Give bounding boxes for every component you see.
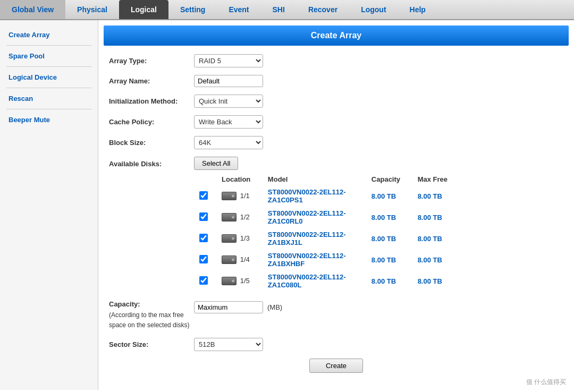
disk-checkbox-cell-4 — [194, 270, 216, 292]
disk-maxfree-1: 8.00 TB — [412, 207, 460, 228]
disk-location-3: 1/4 — [216, 249, 263, 270]
available-disks-label: Available Disks: — [109, 157, 194, 168]
col-model: Model — [263, 173, 366, 185]
sidebar-divider-4 — [6, 109, 91, 109]
sidebar-item-create-array[interactable]: Create Array — [0, 27, 98, 43]
disk-model-0: ST8000VN0022-2EL112-ZA1C0PS1 — [263, 185, 366, 207]
disk-capacity-0: 8.00 TB — [366, 185, 412, 207]
disk-icon-0 — [222, 192, 237, 200]
disk-icon-4 — [222, 277, 237, 285]
disk-location-0: 1/1 — [216, 185, 263, 207]
disk-checkbox-cell-0 — [194, 185, 216, 207]
nav-logout[interactable]: Logout — [349, 0, 398, 19]
nav-logical[interactable]: Logical — [119, 0, 168, 19]
disk-model-link-3[interactable]: ST8000VN0022-2EL112-ZA1BXHBF — [268, 252, 346, 268]
disk-maxfree-0: 8.00 TB — [412, 185, 460, 207]
disk-model-link-2[interactable]: ST8000VN0022-2EL112-ZA1BXJ1L — [268, 231, 346, 246]
disk-icon-2 — [222, 234, 237, 243]
cache-policy-label: Cache Policy: — [109, 118, 194, 126]
create-array-form: Array Type: RAID 5 RAID 0 RAID 1 RAID 6 … — [98, 46, 574, 390]
sidebar-divider-2 — [6, 66, 91, 67]
disk-model-link-0[interactable]: ST8000VN0022-2EL112-ZA1C0PS1 — [268, 188, 346, 204]
disk-icon-3 — [222, 255, 237, 264]
disk-checkbox-cell-1 — [194, 207, 216, 228]
create-button[interactable]: Create — [309, 359, 363, 373]
sidebar-divider-3 — [6, 88, 91, 88]
col-max-free: Max Free — [412, 173, 460, 185]
capacity-input[interactable] — [194, 301, 263, 313]
init-method-label: Initialization Method: — [109, 97, 194, 105]
sidebar-item-beeper-mute[interactable]: Beeper Mute — [0, 112, 98, 128]
cache-policy-row: Cache Policy: Write Back Write Through N… — [109, 115, 563, 129]
disk-checkbox-3[interactable] — [199, 255, 208, 263]
disk-capacity-1: 8.00 TB — [366, 207, 412, 228]
disk-location-4: 1/5 — [216, 270, 263, 292]
available-disks-section: Available Disks: Select All Location Mod… — [109, 157, 563, 292]
disk-table: Location Model Capacity Max Free 1/1 — [194, 173, 460, 292]
capacity-unit: (MB) — [267, 303, 282, 311]
page-title: Create Array — [104, 25, 569, 46]
init-method-row: Initialization Method: Quick Init Full I… — [109, 95, 563, 108]
select-all-button[interactable]: Select All — [194, 157, 238, 170]
disk-checkbox-1[interactable] — [199, 212, 208, 221]
array-type-label: Array Type: — [109, 57, 194, 65]
disk-checkbox-4[interactable] — [199, 276, 208, 285]
sidebar-divider-1 — [6, 45, 91, 46]
disk-model-4: ST8000VN0022-2EL112-ZA1C080L — [263, 270, 366, 292]
disk-maxfree-3: 8.00 TB — [412, 249, 460, 270]
nav-help[interactable]: Help — [398, 0, 437, 19]
sidebar: Create Array Spare Pool Logical Device R… — [0, 20, 98, 390]
disk-model-link-1[interactable]: ST8000VN0022-2EL112-ZA1C0RL0 — [268, 209, 346, 225]
nav-shi[interactable]: SHI — [261, 0, 297, 19]
watermark: 值 什么值得买 — [526, 378, 566, 387]
disk-checkbox-0[interactable] — [199, 191, 208, 200]
table-row: 1/4 ST8000VN0022-2EL112-ZA1BXHBF 8.00 TB… — [194, 249, 460, 270]
col-capacity: Capacity — [366, 173, 412, 185]
sector-size-row: Sector Size: 512B 4096B — [109, 338, 563, 351]
init-method-select[interactable]: Quick Init Full Init No Init — [194, 95, 263, 108]
disk-capacity-2: 8.00 TB — [366, 228, 412, 249]
table-row: 1/5 ST8000VN0022-2EL112-ZA1C080L 8.00 TB… — [194, 270, 460, 292]
col-location: Location — [216, 173, 263, 185]
nav-event[interactable]: Event — [217, 0, 260, 19]
cache-policy-select[interactable]: Write Back Write Through No Cache — [194, 115, 263, 129]
table-row: 1/2 ST8000VN0022-2EL112-ZA1C0RL0 8.00 TB… — [194, 207, 460, 228]
sidebar-item-spare-pool[interactable]: Spare Pool — [0, 48, 98, 64]
sector-size-select[interactable]: 512B 4096B — [194, 338, 263, 351]
table-row: 1/3 ST8000VN0022-2EL112-ZA1BXJ1L 8.00 TB… — [194, 228, 460, 249]
nav-recover[interactable]: Recover — [297, 0, 349, 19]
main-layout: Create Array Spare Pool Logical Device R… — [0, 20, 574, 390]
sidebar-item-logical-device[interactable]: Logical Device — [0, 69, 98, 86]
sidebar-item-rescan[interactable]: Rescan — [0, 90, 98, 107]
col-checkbox — [194, 173, 216, 185]
disk-checkbox-cell-3 — [194, 249, 216, 270]
capacity-section: Capacity: (According to the max free spa… — [109, 299, 563, 330]
array-name-input[interactable] — [194, 75, 263, 87]
disk-model-2: ST8000VN0022-2EL112-ZA1BXJ1L — [263, 228, 366, 249]
disk-model-3: ST8000VN0022-2EL112-ZA1BXHBF — [263, 249, 366, 270]
main-content: Create Array Array Type: RAID 5 RAID 0 R… — [98, 20, 574, 390]
disk-checkbox-cell-2 — [194, 228, 216, 249]
top-navigation: Global View Physical Logical Setting Eve… — [0, 0, 574, 20]
capacity-input-row: (MB) — [194, 299, 282, 313]
disk-model-link-4[interactable]: ST8000VN0022-2EL112-ZA1C080L — [268, 273, 346, 289]
disk-model-1: ST8000VN0022-2EL112-ZA1C0RL0 — [263, 207, 366, 228]
sector-size-label: Sector Size: — [109, 340, 194, 348]
array-name-label: Array Name: — [109, 77, 194, 85]
create-button-row: Create — [109, 359, 563, 373]
capacity-label: Capacity: (According to the max free spa… — [109, 299, 194, 330]
array-type-select[interactable]: RAID 5 RAID 0 RAID 1 RAID 6 RAID 10 — [194, 54, 263, 67]
block-size-label: Block Size: — [109, 139, 194, 147]
array-name-row: Array Name: — [109, 75, 563, 87]
disk-icon-1 — [222, 213, 237, 221]
block-size-row: Block Size: 64K 32K 128K 256K — [109, 136, 563, 149]
disk-location-1: 1/2 — [216, 207, 263, 228]
array-type-row: Array Type: RAID 5 RAID 0 RAID 1 RAID 6 … — [109, 54, 563, 67]
table-row: 1/1 ST8000VN0022-2EL112-ZA1C0PS1 8.00 TB… — [194, 185, 460, 207]
nav-setting[interactable]: Setting — [168, 0, 217, 19]
nav-global-view[interactable]: Global View — [0, 0, 65, 19]
nav-physical[interactable]: Physical — [65, 0, 119, 19]
disk-maxfree-4: 8.00 TB — [412, 270, 460, 292]
disk-checkbox-2[interactable] — [199, 234, 208, 242]
block-size-select[interactable]: 64K 32K 128K 256K — [194, 136, 263, 149]
